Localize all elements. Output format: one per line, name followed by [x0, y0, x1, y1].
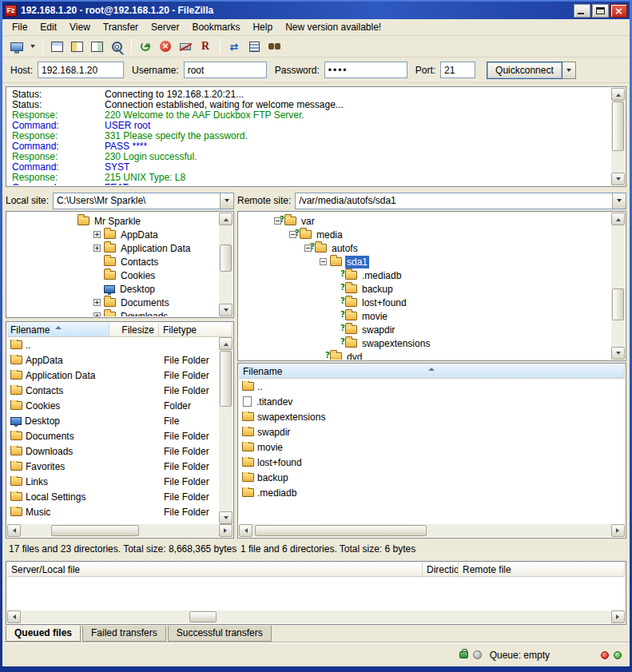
speed-limit-icon[interactable]: [473, 650, 482, 659]
log-vertical-scrollbar[interactable]: [611, 88, 625, 185]
tree-item[interactable]: movie: [239, 309, 611, 323]
cancel-button[interactable]: [156, 38, 175, 55]
expand-icon[interactable]: [93, 245, 101, 252]
file-row[interactable]: MusicFile Folder: [7, 504, 219, 519]
file-row[interactable]: Application DataFile Folder: [7, 368, 219, 383]
scroll-up-button[interactable]: [611, 88, 625, 101]
message-log-toggle-button[interactable]: [47, 38, 66, 55]
file-row[interactable]: .titandev: [239, 394, 611, 409]
file-row[interactable]: lost+found: [239, 455, 611, 470]
scroll-right-button[interactable]: [611, 610, 625, 623]
tree-item[interactable]: lost+found: [239, 296, 611, 309]
column-header-remote-file[interactable]: Remote file: [459, 563, 625, 576]
close-button[interactable]: [610, 4, 627, 18]
file-row[interactable]: FavoritesFile Folder: [7, 459, 219, 474]
title-bar[interactable]: Fz 192.168.1.20 - root@192.168.1.20 - Fi…: [2, 2, 630, 19]
tab-queued-files[interactable]: Queued files: [6, 626, 81, 642]
local-tree-scrollbar[interactable]: [219, 213, 233, 316]
find-files-button[interactable]: [264, 38, 284, 55]
scroll-up-button[interactable]: [219, 213, 233, 225]
scrollbar-thumb[interactable]: [612, 288, 624, 320]
disconnect-button[interactable]: [176, 38, 195, 55]
column-header-filename[interactable]: Filename: [239, 364, 625, 378]
tree-item[interactable]: swapdir: [239, 323, 611, 336]
file-row[interactable]: swapextensions: [239, 409, 611, 424]
file-row[interactable]: .mediadb: [239, 485, 611, 500]
menu-transfer[interactable]: Transfer: [97, 19, 145, 35]
tree-item[interactable]: var: [239, 214, 611, 228]
tree-item[interactable]: dvd: [239, 350, 611, 360]
host-input[interactable]: 192.168.1.20: [38, 62, 124, 78]
file-row[interactable]: Local SettingsFile Folder: [7, 489, 219, 504]
column-header-server-local-file[interactable]: Server/Local file: [7, 563, 423, 576]
file-row[interactable]: ContactsFile Folder: [7, 383, 219, 398]
tree-item[interactable]: Cookies: [7, 268, 219, 282]
column-header-filename[interactable]: Filename: [7, 323, 109, 336]
scroll-right-button[interactable]: [219, 524, 233, 537]
file-row[interactable]: DocumentsFile Folder: [7, 428, 219, 443]
menu-edit[interactable]: Edit: [34, 19, 63, 35]
column-header-filetype[interactable]: Filetype: [159, 323, 233, 336]
file-row[interactable]: swapdir: [239, 424, 611, 439]
remote-tree-toggle-button[interactable]: [87, 38, 106, 55]
combo-dropdown-button[interactable]: [220, 193, 233, 209]
quickconnect-button[interactable]: Quickconnect: [487, 62, 562, 79]
tree-item[interactable]: Desktop: [7, 282, 219, 296]
tree-item[interactable]: Documents: [7, 296, 219, 309]
tree-item[interactable]: sda1: [239, 255, 611, 268]
username-input[interactable]: root: [184, 62, 267, 78]
file-row[interactable]: backup: [239, 470, 611, 485]
secure-connection-icon[interactable]: [459, 651, 468, 658]
expand-icon[interactable]: [93, 231, 101, 238]
scroll-left-button[interactable]: [7, 524, 21, 537]
menu-bookmarks[interactable]: Bookmarks: [185, 19, 246, 35]
site-manager-button[interactable]: [7, 38, 26, 55]
scrollbar-thumb[interactable]: [255, 525, 427, 536]
tree-item[interactable]: Mr Sparkle: [7, 214, 219, 228]
scrollbar-thumb[interactable]: [220, 351, 232, 407]
remote-list-horizontal-scrollbar[interactable]: [239, 524, 625, 537]
minimize-button[interactable]: [574, 4, 590, 18]
scroll-down-button[interactable]: [611, 347, 625, 360]
column-header-direction[interactable]: Direction: [423, 563, 459, 576]
menu-file[interactable]: File: [6, 19, 34, 35]
scroll-right-button[interactable]: [611, 524, 625, 537]
file-row[interactable]: CookiesFolder: [7, 398, 219, 413]
local-site-combo[interactable]: C:\Users\Mr Sparkle\: [53, 193, 234, 209]
tree-item[interactable]: .mediadb: [239, 268, 611, 282]
remote-site-combo[interactable]: /var/media/autofs/sda1: [295, 193, 626, 209]
column-header-filesize[interactable]: Filesize: [109, 323, 159, 336]
local-list-horizontal-scrollbar[interactable]: [7, 524, 233, 537]
scroll-up-button[interactable]: [611, 213, 625, 225]
file-row[interactable]: AppDataFile Folder: [7, 352, 219, 368]
local-list-vertical-scrollbar[interactable]: [219, 337, 233, 524]
scroll-down-button[interactable]: [219, 511, 233, 524]
port-input[interactable]: 21: [440, 62, 475, 78]
scrollbar-thumb[interactable]: [51, 525, 139, 536]
file-row[interactable]: DesktopFile: [7, 413, 219, 428]
tree-item[interactable]: autofs: [239, 241, 611, 255]
quickconnect-dropdown[interactable]: [562, 62, 576, 79]
tree-item[interactable]: Application Data: [7, 241, 219, 255]
tree-item[interactable]: backup: [239, 282, 611, 296]
local-tree-toggle-button[interactable]: [67, 38, 86, 55]
file-row[interactable]: LinksFile Folder: [7, 474, 219, 489]
reconnect-button[interactable]: [196, 38, 215, 55]
file-row[interactable]: movie: [239, 439, 611, 455]
menu-new-version[interactable]: New version available!: [279, 19, 388, 35]
maximize-button[interactable]: [592, 4, 609, 18]
tree-item[interactable]: Downloads: [7, 309, 219, 316]
tab-failed-transfers[interactable]: Failed transfers: [82, 626, 166, 642]
site-manager-dropdown[interactable]: [27, 38, 38, 55]
scroll-down-button[interactable]: [219, 304, 233, 316]
file-row[interactable]: DownloadsFile Folder: [7, 443, 219, 459]
scrollbar-thumb[interactable]: [612, 101, 624, 151]
menu-server[interactable]: Server: [145, 19, 185, 35]
remote-tree-scrollbar[interactable]: [611, 213, 625, 360]
scrollbar-thumb[interactable]: [220, 245, 232, 272]
menu-help[interactable]: Help: [246, 19, 279, 35]
tree-item[interactable]: AppData: [7, 228, 219, 241]
refresh-button[interactable]: [136, 38, 155, 55]
password-input[interactable]: ••••: [324, 62, 407, 78]
scrollbar-thumb[interactable]: [189, 611, 217, 622]
